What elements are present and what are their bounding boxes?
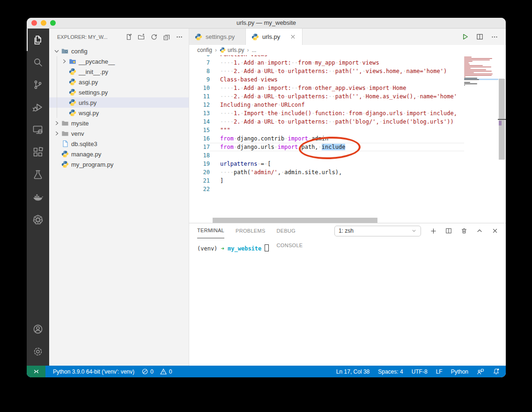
python-icon xyxy=(68,109,76,117)
code-segment: Including·another·URLconf xyxy=(220,102,305,108)
tree-item--pycache-[interactable]: __pycache__ xyxy=(49,56,189,66)
new-terminal-icon[interactable] xyxy=(429,227,437,235)
vertical-scrollbar[interactable] xyxy=(498,55,506,223)
close-tab-icon[interactable] xyxy=(289,33,296,41)
code-line-20[interactable]: 20····path('admin/',·admin.site.urls), xyxy=(189,168,464,177)
breadcrumb-config[interactable]: config xyxy=(197,47,212,53)
remote-indicator[interactable] xyxy=(27,366,45,377)
cursor-position-status[interactable]: Ln 17, Col 38 xyxy=(336,368,369,375)
code-line-10[interactable]: 10····1.·Add·an·import:··from·other_app.… xyxy=(189,84,464,92)
terminal-cursor xyxy=(265,244,269,251)
code-segment: Function·views xyxy=(220,55,267,58)
tree-item--init-py[interactable]: __init__.py xyxy=(49,66,189,77)
code-line-19[interactable]: 19urlpatterns·=·[ xyxy=(189,160,464,168)
breadcrumb-separator: › xyxy=(215,47,217,53)
minimize-window-button[interactable] xyxy=(41,20,46,26)
code-line-18[interactable]: 18 xyxy=(189,151,464,160)
python-interpreter-status[interactable]: Python 3.9.0 64-bit ('venv': venv) xyxy=(53,368,134,375)
notifications-bell-icon[interactable] xyxy=(493,368,500,375)
terminal-shell-dropdown[interactable]: 1: zsh xyxy=(334,226,421,236)
terminal-output[interactable]: (venv) ➜ my_website xyxy=(189,238,506,366)
eol-status[interactable]: LF xyxy=(436,368,443,375)
code-segment: ····1.·Add·an·import:··from·my_app·impor… xyxy=(220,59,379,66)
activity-item-docker[interactable] xyxy=(27,186,49,208)
code-line-17[interactable]: 17from·django.urls·import·path,·include xyxy=(189,143,464,151)
tab-debug-console[interactable]: DEBUG CONSOLE xyxy=(277,224,323,238)
activity-item-search[interactable] xyxy=(27,51,49,74)
tree-item-manage-py[interactable]: manage.py xyxy=(49,149,189,159)
activity-item-source-control[interactable] xyxy=(27,74,49,96)
code-line-6[interactable]: 6Function·views xyxy=(189,55,464,59)
split-terminal-icon[interactable] xyxy=(444,227,453,235)
refresh-icon[interactable] xyxy=(149,32,159,42)
tree-item-db-sqlite3[interactable]: db.sqlite3 xyxy=(49,139,189,149)
code-line-14[interactable]: 14····2.·Add·a·URL·to·urlpatterns:··path… xyxy=(189,118,464,126)
new-folder-icon[interactable] xyxy=(137,32,146,42)
encoding-status[interactable]: UTF-8 xyxy=(412,368,428,375)
tree-item-wsgi-py[interactable]: wsgi.py xyxy=(49,108,189,118)
tree-item-mysite[interactable]: mysite xyxy=(49,118,189,128)
folder-icon xyxy=(61,130,69,137)
split-editor-icon[interactable] xyxy=(476,33,483,40)
code-line-16[interactable]: 16from·django.contrib·import·admin xyxy=(189,134,464,143)
tab-settings-py[interactable]: settings.py xyxy=(189,29,246,45)
activity-item-testing[interactable] xyxy=(27,163,49,186)
code-segment: ·django.contrib· xyxy=(234,135,288,142)
activity-item-accounts[interactable] xyxy=(27,318,49,340)
activity-item-run-debug[interactable] xyxy=(27,96,49,118)
code-line-22[interactable]: 22 xyxy=(189,185,464,193)
tree-item-venv[interactable]: venv xyxy=(49,128,189,139)
code-line-13[interactable]: 13····1.·Import·the·include()·function:·… xyxy=(189,109,464,118)
maximize-panel-icon[interactable] xyxy=(475,227,484,235)
activity-item-explorer[interactable] xyxy=(27,29,49,51)
chevron-down-icon xyxy=(411,228,417,234)
code-line-7[interactable]: 7····1.·Add·an·import:··from·my_app·impo… xyxy=(189,59,464,67)
activity-item-remote-explorer[interactable] xyxy=(27,118,49,141)
close-window-button[interactable] xyxy=(31,20,37,26)
code-segment: ] xyxy=(220,177,223,184)
tree-item-asgi-py[interactable]: asgi.py xyxy=(49,77,189,87)
code-line-12[interactable]: 12Including·another·URLconf xyxy=(189,101,464,109)
problems-status[interactable]: 0 0 xyxy=(142,368,172,375)
code-segment: """ xyxy=(220,127,230,133)
tab-urls-py[interactable]: urls.py xyxy=(246,29,303,45)
tree-item-settings-py[interactable]: settings.py xyxy=(49,87,189,97)
activity-item-extensions[interactable] xyxy=(27,141,49,163)
tree-item-config[interactable]: config xyxy=(49,46,189,56)
more-actions-icon[interactable] xyxy=(175,32,184,42)
zoom-window-button[interactable] xyxy=(50,20,56,26)
breadcrumb-symbol[interactable]: ... xyxy=(251,47,256,53)
python-icon xyxy=(61,150,69,158)
breadcrumb-urls-py[interactable]: urls.py xyxy=(220,46,244,54)
code-line-11[interactable]: 11····2.·Add·a·URL·to·urlpatterns:··path… xyxy=(189,92,464,101)
chevron-right-icon xyxy=(52,130,61,137)
code-segment: ····2.·Add·a·URL·to·urlpatterns:··path('… xyxy=(220,118,454,125)
code-line-21[interactable]: 21] xyxy=(189,177,464,185)
run-python-file-icon[interactable] xyxy=(462,33,469,40)
code-line-15[interactable]: 15""" xyxy=(189,126,464,134)
new-file-icon[interactable] xyxy=(124,32,133,42)
tab-terminal[interactable]: TERMINAL xyxy=(197,223,224,238)
code-editor[interactable]: 6Function·views7····1.·Add·an·import:··f… xyxy=(189,55,506,223)
collapse-folders-icon[interactable] xyxy=(162,32,171,42)
feedback-icon[interactable] xyxy=(477,368,484,375)
code-line-8[interactable]: 8····2.·Add·a·URL·to·urlpatterns:··path(… xyxy=(189,67,464,75)
chevron-spacer xyxy=(60,88,68,96)
minimap[interactable] xyxy=(464,56,498,87)
activity-item-kubernetes[interactable] xyxy=(27,208,49,231)
language-mode-status[interactable]: Python xyxy=(451,368,468,375)
indentation-status[interactable]: Spaces: 4 xyxy=(378,368,403,375)
line-number: 14 xyxy=(189,118,210,126)
chevron-down-icon xyxy=(52,47,61,55)
tab-problems[interactable]: PROBLEMS xyxy=(236,224,266,238)
code-line-9[interactable]: 9Class-based·views xyxy=(189,75,464,84)
tree-item-my-program-py[interactable]: my_program.py xyxy=(49,159,189,169)
more-editor-actions-icon[interactable] xyxy=(491,33,498,41)
activity-item-settings[interactable] xyxy=(27,340,49,363)
file-icon xyxy=(61,140,69,147)
close-panel-icon[interactable] xyxy=(491,227,499,235)
tree-item-urls-py[interactable]: urls.py xyxy=(49,97,189,108)
horizontal-scrollbar[interactable] xyxy=(213,218,377,223)
kill-terminal-trash-icon[interactable] xyxy=(460,227,468,235)
chevron-spacer xyxy=(60,99,68,106)
